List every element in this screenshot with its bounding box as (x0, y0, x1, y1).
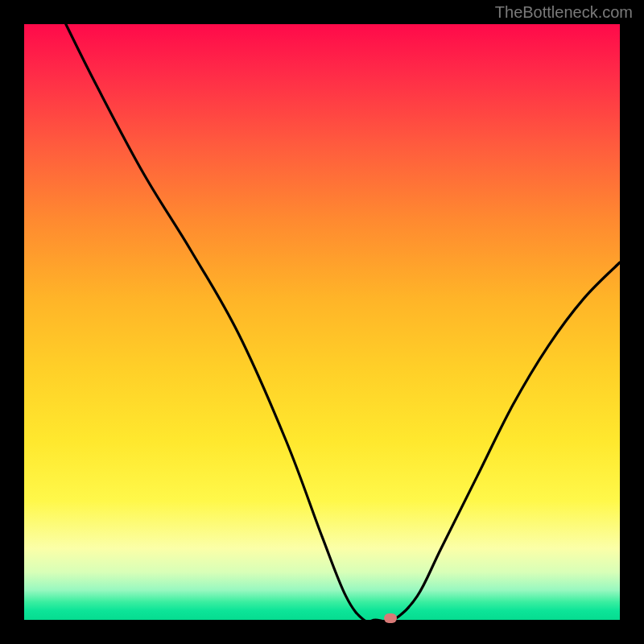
attribution-label: TheBottleneck.com (495, 3, 633, 22)
curve-path (66, 24, 620, 621)
plot-area (24, 24, 620, 620)
optimum-marker-icon (384, 613, 397, 623)
chart-curve (24, 24, 620, 620)
